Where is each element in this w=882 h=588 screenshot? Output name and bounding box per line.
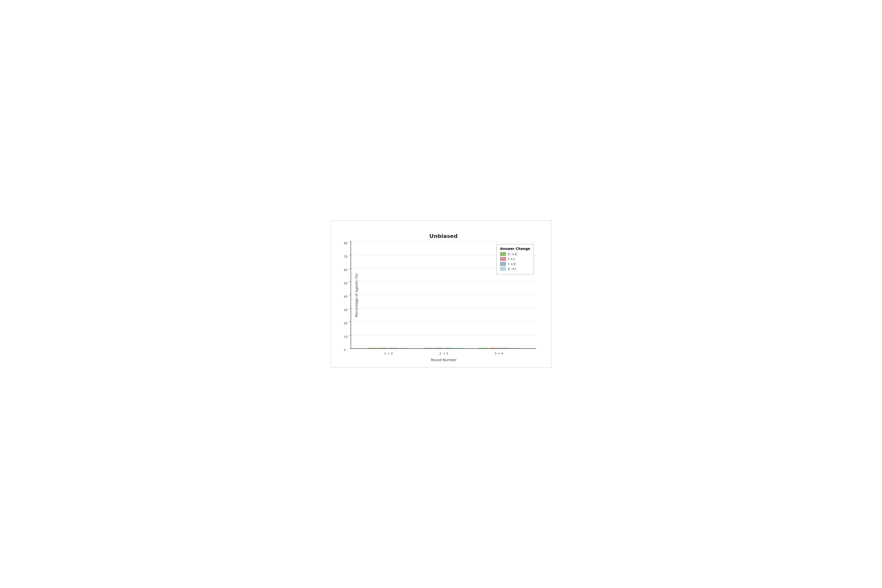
chart-title: Unbiased xyxy=(351,233,536,239)
bar-CI-group-1 xyxy=(399,348,409,348)
x-tick-label-group-1: 1 → 2 xyxy=(384,352,393,355)
x-axis-label: Round Number xyxy=(431,358,457,362)
legend-item-IC: I → C xyxy=(500,262,530,266)
bar-IC-group-2 xyxy=(444,348,453,348)
legend-label-IC: I → C xyxy=(508,262,516,266)
bar-CC-group-3 xyxy=(479,348,488,348)
legend-swatch-IC xyxy=(500,262,506,266)
legend-label-CI: C → I xyxy=(508,267,516,271)
bar-CC-group-1 xyxy=(369,348,378,348)
bar-CI-group-3 xyxy=(510,348,519,348)
legend-swatch-CC xyxy=(500,252,506,256)
bar-II-group-2 xyxy=(434,348,443,348)
bar-group-1: 1 → 2 xyxy=(369,348,409,348)
chart-container: Unbiased Percentage of Agents (%) Round … xyxy=(331,220,551,368)
legend-swatch-II xyxy=(500,257,506,261)
legend-title: Answer Change xyxy=(500,247,530,250)
bar-group-3: 3 → 4 xyxy=(479,348,519,348)
bar-IC-group-3 xyxy=(499,348,508,348)
legend-item-CI: C → I xyxy=(500,267,530,271)
bar-IC-group-1 xyxy=(389,348,398,348)
bar-group-2: 2 → 3 xyxy=(424,348,464,348)
legend: Answer Change C → CI → II → CC → I xyxy=(496,244,534,274)
legend-item-CC: C → C xyxy=(500,252,530,256)
legend-label-CC: C → C xyxy=(508,252,517,256)
bar-II-group-3 xyxy=(489,348,498,348)
bar-CI-group-2 xyxy=(454,348,464,348)
x-tick-label-group-2: 2 → 3 xyxy=(439,352,448,355)
legend-label-II: I → I xyxy=(508,257,514,261)
legend-item-II: I → I xyxy=(500,257,530,261)
bar-CC-group-2 xyxy=(424,348,433,348)
bar-II-group-1 xyxy=(379,348,388,348)
x-tick-label-group-3: 3 → 4 xyxy=(494,352,503,355)
legend-swatch-CI xyxy=(500,267,506,271)
